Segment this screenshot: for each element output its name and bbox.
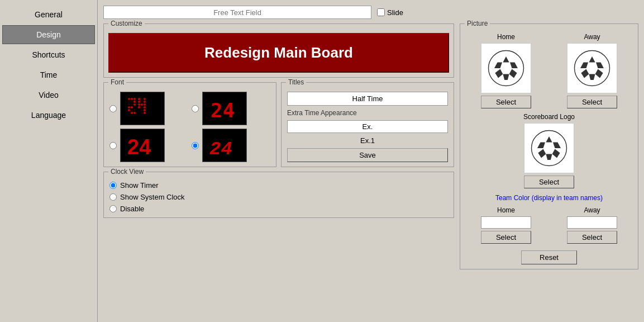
svg-point-7 [128,106,130,108]
redesign-main-board-button[interactable]: Redesign Main Board [108,33,449,73]
svg-point-22 [141,98,143,100]
svg-point-28 [144,112,146,114]
disable-label: Disable [120,205,144,213]
svg-point-3 [133,98,136,100]
show-system-clock-label: Show System Clock [120,193,185,201]
picture-grid: Home [466,33,632,108]
font-option-2: 24 [192,92,270,125]
picture-label: Picture [465,20,490,27]
away-ball-container [567,43,617,93]
away-picture-label: Away [584,33,600,41]
slide-label: Slide [387,8,403,17]
select-away-picture-button[interactable]: Select [567,96,617,108]
middle-row: Font [103,82,454,167]
home-picture-label: Home [497,33,515,41]
select-away-color-button[interactable]: Select [567,231,617,244]
svg-point-2 [131,98,133,100]
font-radio-2[interactable] [192,105,199,112]
extra-time-input[interactable] [287,120,448,133]
font-preview-4: 24 [202,129,247,162]
customize-label: Customize [108,20,145,27]
show-system-clock-radio[interactable] [109,193,117,201]
svg-point-21 [141,103,143,106]
svg-text:24: 24 [211,99,235,121]
team-color-label: Team Color (display in team names) [495,194,603,202]
svg-point-20 [138,106,140,108]
show-timer-label: Show Timer [120,181,159,190]
select-home-picture-button[interactable]: Select [481,96,531,108]
select-home-color-button[interactable]: Select [481,231,531,244]
svg-point-9 [131,112,133,114]
font-box: Font [103,82,276,167]
half-time-button[interactable]: Half Time [287,92,448,106]
scoreboard-logo-label: Scoreboard Logo [523,113,575,121]
svg-point-46 [575,51,610,86]
svg-point-18 [138,101,140,103]
svg-point-17 [138,98,140,100]
svg-point-14 [131,103,133,106]
svg-point-27 [144,109,146,111]
sidebar-item-shortcuts[interactable]: Shortcuts [2,45,95,64]
home-soccer-ball [486,49,526,88]
svg-point-15 [131,109,133,111]
font-radio-1[interactable] [109,105,117,112]
main-content: Slide Customize Redesign Main Board Font [98,0,644,322]
svg-point-19 [138,103,140,106]
font-radio-4[interactable] [192,142,199,149]
slide-container: Slide [377,8,403,17]
extra-time-label: Extra Time Appearance [287,109,448,117]
home-picture-col: Home [466,33,546,108]
away-color-label: Away [584,206,600,214]
font-radio-3[interactable] [109,142,117,149]
save-button[interactable]: Save [287,148,448,162]
svg-point-5 [133,103,136,106]
svg-point-4 [133,101,136,103]
away-soccer-ball [573,49,612,88]
font-option-4: 24 [192,129,270,162]
logo-soccer-ball [529,129,569,168]
svg-point-8 [128,109,130,111]
sidebar-item-general[interactable]: General [2,5,95,24]
disable-radio[interactable] [109,205,117,212]
sidebar-item-design[interactable]: Design [2,25,95,44]
svg-point-31 [141,109,143,111]
svg-point-11 [128,101,130,103]
svg-point-16 [133,109,136,111]
free-text-input[interactable] [103,6,371,19]
away-color-swatch [567,216,617,229]
svg-rect-0 [126,96,159,121]
reset-button[interactable]: Reset [521,250,577,264]
away-picture-col: Away [552,33,632,108]
home-ball-container [481,43,531,93]
select-logo-button[interactable]: Select [524,176,574,188]
font-grid: 24 24 [109,92,270,162]
font-preview-2: 24 [202,92,247,125]
svg-text:24: 24 [209,139,232,158]
svg-point-39 [489,51,524,86]
top-bar: Slide [103,6,638,19]
svg-point-30 [141,106,143,108]
customize-box: Customize Redesign Main Board [103,23,454,78]
sidebar-item-video[interactable]: Video [2,86,95,105]
svg-point-25 [144,103,146,106]
picture-box: Picture Home [460,23,638,269]
show-timer-radio[interactable] [109,182,117,189]
font-preview-1 [120,92,165,125]
sidebar-item-time[interactable]: Time [2,65,95,84]
svg-point-13 [128,103,130,106]
titles-inner: Half Time Extra Time Appearance Ex.1 Sav… [287,92,448,162]
logo-ball-container [524,123,574,173]
show-timer-option: Show Timer [109,181,448,190]
disable-option: Disable [109,205,448,213]
svg-point-10 [133,112,136,114]
titles-box: Titles Half Time Extra Time Appearance E… [281,82,454,167]
sidebar-item-language[interactable]: Language [2,106,95,125]
slide-checkbox[interactable] [377,8,385,16]
svg-point-12 [131,101,133,103]
left-panel: Customize Redesign Main Board Font [103,23,454,316]
clock-view-label: Clock View [108,168,146,176]
svg-point-32 [141,112,143,114]
font-label: Font [108,78,126,86]
home-color-label: Home [497,206,515,214]
scoreboard-logo-section: Scoreboard Logo [466,113,632,188]
